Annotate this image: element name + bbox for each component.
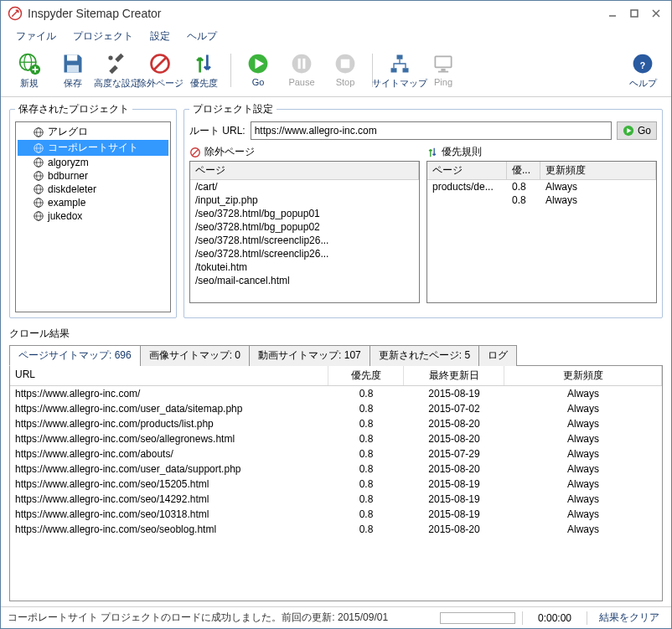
minimize-button[interactable] bbox=[604, 5, 621, 22]
pri-cell: 0.8 bbox=[328, 492, 404, 506]
project-item[interactable]: コーポレートサイト bbox=[18, 140, 168, 156]
col-url[interactable]: URL bbox=[10, 366, 328, 385]
svg-rect-11 bbox=[67, 55, 77, 61]
list-item[interactable]: 0.8Always bbox=[427, 193, 656, 207]
elapsed-time: 0:00:00 bbox=[530, 612, 580, 624]
pri-cell: 0.8 bbox=[328, 508, 404, 521]
menu-file[interactable]: ファイル bbox=[9, 28, 63, 45]
exclude-panel: 除外ページ ページ /cart//input_zip.php/seo/3728.… bbox=[189, 145, 420, 303]
list-item[interactable]: /input_zip.php bbox=[190, 193, 419, 207]
mod-cell: 2015-08-20 bbox=[404, 432, 504, 446]
mod-cell: 2015-08-19 bbox=[404, 477, 504, 491]
list-item[interactable]: /seo/mail-cancel.html bbox=[190, 274, 419, 287]
new-button[interactable]: 新規 bbox=[8, 50, 51, 91]
list-item[interactable]: products/de...0.8Always bbox=[427, 180, 656, 193]
freq-cell: Always bbox=[504, 417, 662, 431]
table-row[interactable]: https://www.allegro-inc.com/seo/seoblog.… bbox=[10, 522, 662, 537]
project-item[interactable]: algoryzm bbox=[18, 156, 168, 169]
list-item[interactable]: /seo/3728.html/screenclip26... bbox=[190, 247, 419, 260]
table-row[interactable]: https://www.allegro-inc.com/products/lis… bbox=[10, 416, 662, 431]
separator bbox=[230, 54, 231, 87]
table-row[interactable]: https://www.allegro-inc.com/0.82015-08-1… bbox=[10, 386, 662, 401]
col-pri[interactable]: 優... bbox=[507, 162, 540, 179]
help-button[interactable]: ?ヘルプ bbox=[621, 50, 664, 91]
table-row[interactable]: https://www.allegro-inc.com/seo/allegron… bbox=[10, 431, 662, 446]
list-item[interactable]: /seo/3728.html/screenclip26... bbox=[190, 234, 419, 247]
tab-log[interactable]: ログ bbox=[478, 345, 517, 366]
freq-cell: Always bbox=[504, 508, 662, 521]
advanced-button[interactable]: 高度な設定 bbox=[95, 50, 138, 91]
svg-point-13 bbox=[108, 55, 112, 59]
list-item[interactable]: /tokutei.htm bbox=[190, 260, 419, 274]
tab-image-sitemap[interactable]: 画像サイトマップ: 0 bbox=[140, 345, 250, 366]
maximize-button[interactable] bbox=[626, 5, 643, 22]
globe-icon bbox=[33, 170, 44, 182]
freq-cell: Always bbox=[504, 462, 662, 476]
go-button[interactable]: Go bbox=[236, 50, 280, 89]
page-cell: /seo/3728.html/bg_popup02 bbox=[190, 220, 419, 234]
root-url-input[interactable] bbox=[251, 121, 612, 140]
arrows-icon bbox=[192, 52, 215, 75]
page-cell: /cart/ bbox=[190, 180, 419, 193]
exclude-list[interactable]: ページ /cart//input_zip.php/seo/3728.html/b… bbox=[189, 161, 420, 303]
svg-point-17 bbox=[292, 54, 312, 74]
menu-help[interactable]: ヘルプ bbox=[180, 28, 224, 45]
project-item[interactable]: jukedox bbox=[18, 209, 168, 223]
crawl-title: クロール結果 bbox=[9, 327, 663, 341]
col-freq[interactable]: 更新頻度 bbox=[540, 162, 656, 179]
menu-settings[interactable]: 設定 bbox=[143, 28, 177, 45]
url-cell: https://www.allegro-inc.com/seo/10318.ht… bbox=[10, 508, 328, 521]
priority-button[interactable]: 優先度 bbox=[182, 50, 225, 91]
list-item[interactable]: /seo/3728.html/bg_popup02 bbox=[190, 220, 419, 234]
table-row[interactable]: https://www.allegro-inc.com/user_data/su… bbox=[10, 461, 662, 477]
tab-updated-pages[interactable]: 更新されたページ: 5 bbox=[370, 345, 479, 366]
project-item[interactable]: アレグロ bbox=[18, 124, 168, 140]
col-page[interactable]: ページ bbox=[427, 162, 507, 179]
table-row[interactable]: https://www.allegro-inc.com/seo/14292.ht… bbox=[10, 492, 662, 507]
menu-project[interactable]: プロジェクト bbox=[66, 28, 140, 45]
freq-cell: Always bbox=[504, 387, 662, 400]
list-item[interactable]: /cart/ bbox=[190, 180, 419, 193]
close-button[interactable] bbox=[648, 5, 664, 22]
table-row[interactable]: https://www.allegro-inc.com/seo/10318.ht… bbox=[10, 507, 662, 522]
project-item[interactable]: example bbox=[18, 196, 168, 209]
col-freq[interactable]: 更新頻度 bbox=[504, 366, 662, 385]
save-button[interactable]: 保存 bbox=[51, 50, 95, 91]
crawl-grid[interactable]: URL 優先度 最終更新日 更新頻度 https://www.allegro-i… bbox=[9, 366, 663, 601]
app-icon bbox=[8, 6, 23, 21]
tab-page-sitemap[interactable]: ページサイトマップ: 696 bbox=[9, 345, 141, 366]
project-item[interactable]: diskdeleter bbox=[18, 183, 168, 196]
col-pri[interactable]: 優先度 bbox=[328, 366, 404, 385]
url-go-button[interactable]: Go bbox=[617, 121, 657, 140]
globe-icon bbox=[33, 183, 44, 195]
freq-cell: Always bbox=[504, 477, 662, 491]
table-row[interactable]: https://www.allegro-inc.com/abouts/0.820… bbox=[10, 446, 662, 461]
save-label: 保存 bbox=[64, 77, 82, 90]
freq-cell: Always bbox=[504, 402, 662, 415]
table-row[interactable]: https://www.allegro-inc.com/seo/15205.ht… bbox=[10, 477, 662, 492]
mod-cell: 2015-08-20 bbox=[404, 523, 504, 536]
project-name: アレグロ bbox=[48, 125, 88, 139]
priority-list[interactable]: ページ 優... 更新頻度 products/de...0.8Always0.8… bbox=[426, 161, 657, 303]
tab-video-sitemap[interactable]: 動画サイトマップ: 107 bbox=[249, 345, 370, 366]
project-name: algoryzm bbox=[48, 157, 89, 168]
advanced-label: 高度な設定 bbox=[94, 77, 140, 90]
col-page[interactable]: ページ bbox=[190, 162, 419, 179]
col-mod[interactable]: 最終更新日 bbox=[404, 366, 504, 385]
pri-cell: 0.8 bbox=[328, 462, 404, 476]
project-settings-title: プロジェクト設定 bbox=[189, 102, 277, 116]
menubar: ファイル プロジェクト 設定 ヘルプ bbox=[1, 26, 671, 47]
freq-cell: Always bbox=[504, 432, 662, 446]
project-item[interactable]: bdburner bbox=[18, 169, 168, 183]
clear-results-button[interactable]: 結果をクリア bbox=[594, 611, 664, 625]
list-item[interactable]: /seo/3728.html/bg_popup01 bbox=[190, 207, 419, 220]
project-tree[interactable]: アレグロコーポレートサイトalgoryzmbdburnerdiskdeleter… bbox=[15, 121, 171, 312]
url-cell: https://www.allegro-inc.com/user_data/su… bbox=[10, 462, 328, 476]
sitemap-button[interactable]: サイトマップ bbox=[378, 50, 421, 91]
pri-cell: 0.8 bbox=[328, 432, 404, 446]
exclude-button[interactable]: 除外ページ bbox=[138, 50, 182, 91]
pause-button: Pause bbox=[280, 50, 323, 89]
table-row[interactable]: https://www.allegro-inc.com/user_data/si… bbox=[10, 401, 662, 416]
globe-plus-icon bbox=[18, 52, 41, 75]
pri-cell: 0.8 bbox=[328, 523, 404, 536]
